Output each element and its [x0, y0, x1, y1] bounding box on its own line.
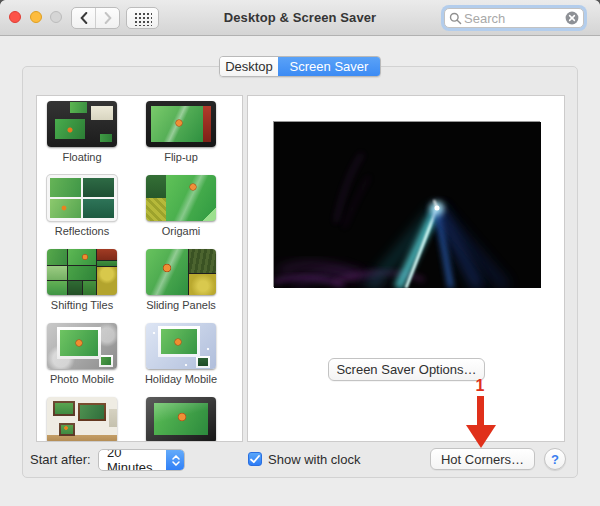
- saver-item-reflections[interactable]: Reflections: [47, 175, 117, 237]
- start-after-value: 20 Minutes: [99, 449, 166, 471]
- reflections-thumbnail: [47, 175, 117, 221]
- search-input[interactable]: [462, 10, 565, 27]
- annotation-number: 1: [460, 377, 500, 395]
- search-focus-ring: [441, 5, 587, 31]
- tab-bar: Desktop Screen Saver: [219, 56, 381, 77]
- floating-thumbnail: [47, 101, 117, 147]
- search-icon: [449, 12, 462, 25]
- shifting-tiles-thumbnail: [47, 249, 117, 295]
- saver-item-partial-right[interactable]: [146, 397, 216, 442]
- show-with-clock-checkbox[interactable]: [248, 452, 262, 466]
- holiday-mobile-thumbnail: [146, 323, 216, 369]
- saver-item-partial-left[interactable]: [47, 397, 117, 442]
- screensaver-list: Floating Flip-up Reflections Origami Shi…: [36, 95, 243, 442]
- tab-desktop[interactable]: Desktop: [220, 57, 278, 76]
- sliding-panels-thumbnail: [146, 249, 216, 295]
- screensaver-preview: [273, 121, 540, 287]
- saver-item-floating[interactable]: Floating: [47, 101, 117, 163]
- saver-label: Origami: [131, 225, 231, 237]
- gallery-thumbnail: [47, 397, 117, 442]
- flip-up-thumbnail: [146, 101, 216, 147]
- saver-label: Sliding Panels: [131, 299, 231, 311]
- saver-label: Reflections: [36, 225, 132, 237]
- popup-stepper-icon: [166, 449, 185, 471]
- flurry-preview-image: [274, 122, 541, 288]
- saver-label: Holiday Mobile: [131, 373, 231, 385]
- preferences-window: Desktop & Screen Saver Desktop Screen Sa…: [0, 0, 600, 506]
- start-after-popup[interactable]: 20 Minutes: [98, 449, 185, 471]
- saver-item-holiday-mobile[interactable]: Holiday Mobile: [146, 323, 216, 385]
- hot-corners-button[interactable]: Hot Corners…: [430, 448, 535, 470]
- tab-screen-saver[interactable]: Screen Saver: [278, 57, 380, 76]
- saver-item-sliding-panels[interactable]: Sliding Panels: [146, 249, 216, 311]
- tv-frame-thumbnail: [146, 397, 216, 442]
- saver-label: Flip-up: [131, 151, 231, 163]
- saver-item-origami[interactable]: Origami: [146, 175, 216, 237]
- checkmark-icon: [250, 455, 260, 464]
- saver-label: Floating: [36, 151, 132, 163]
- search-field[interactable]: [444, 8, 584, 28]
- show-with-clock-label: Show with clock: [268, 452, 360, 467]
- saver-item-flip-up[interactable]: Flip-up: [146, 101, 216, 163]
- annotation-arrow-head: [466, 425, 496, 448]
- saver-label: Photo Mobile: [36, 373, 132, 385]
- origami-thumbnail: [146, 175, 216, 221]
- clear-search-icon[interactable]: [565, 11, 579, 25]
- annotation-arrow-shaft: [477, 396, 484, 426]
- saver-item-shifting-tiles[interactable]: Shifting Tiles: [47, 249, 117, 311]
- photo-mobile-thumbnail: [47, 323, 117, 369]
- saver-label: Shifting Tiles: [36, 299, 132, 311]
- help-button[interactable]: ?: [544, 448, 566, 470]
- titlebar: Desktop & Screen Saver: [0, 0, 600, 36]
- start-after-label: Start after:: [30, 452, 91, 467]
- saver-item-photo-mobile[interactable]: Photo Mobile: [47, 323, 117, 385]
